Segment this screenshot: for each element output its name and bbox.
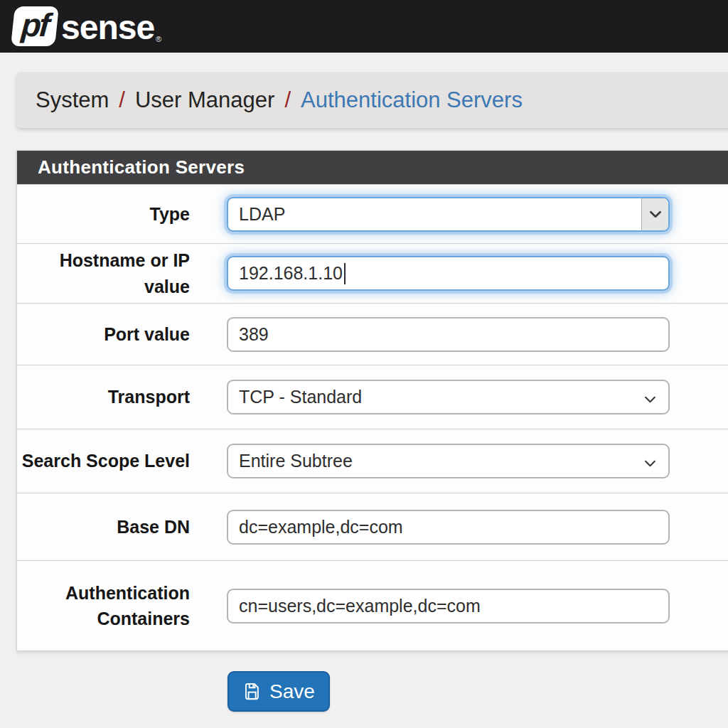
form-row-port: Port value 389	[17, 303, 728, 365]
auth-containers-input[interactable]: cn=users,dc=example,dc=com	[227, 589, 670, 623]
form-row-search-scope: Search Scope Level Entire Subtree	[17, 429, 728, 493]
form-row-base-dn: Base DN dc=example,dc=com	[17, 493, 728, 560]
hostname-input-value: 192.168.1.10	[239, 263, 343, 284]
auth-containers-label: Authentication Containers	[17, 580, 227, 632]
save-button-label: Save	[269, 680, 315, 703]
top-navbar: pf sense ®	[0, 0, 728, 53]
port-input[interactable]: 389	[227, 317, 670, 352]
base-dn-input[interactable]: dc=example,dc=com	[227, 510, 670, 545]
type-label: Type	[17, 201, 227, 227]
search-scope-select[interactable]: Entire Subtree	[227, 444, 670, 478]
breadcrumb-user-manager[interactable]: User Manager	[135, 87, 274, 113]
save-icon	[242, 682, 262, 701]
hostname-label: Hostname or IP value	[17, 247, 227, 299]
logo-sense-text: sense	[61, 11, 154, 46]
search-scope-label: Search Scope Level	[17, 448, 227, 473]
breadcrumb-authentication-servers[interactable]: Authentication Servers	[301, 87, 523, 113]
text-cursor	[344, 263, 346, 284]
transport-select-value: TCP - Standard	[239, 387, 362, 407]
chevron-down-icon	[641, 198, 668, 230]
hostname-input[interactable]: 192.168.1.10	[227, 256, 670, 291]
panel-title: Authentication Servers	[17, 151, 728, 184]
form-row-auth-containers: Authentication Containers cn=users,dc=ex…	[17, 560, 728, 651]
save-button[interactable]: Save	[228, 671, 330, 712]
chevron-down-icon	[644, 387, 656, 407]
breadcrumb: System / User Manager / Authentication S…	[16, 72, 728, 128]
search-scope-select-value: Entire Subtree	[239, 451, 353, 471]
authentication-servers-panel: Authentication Servers Type LDAP Hostnam…	[16, 150, 728, 651]
form-row-transport: Transport TCP - Standard	[17, 365, 728, 429]
breadcrumb-separator: /	[284, 87, 291, 113]
transport-select[interactable]: TCP - Standard	[227, 380, 670, 414]
breadcrumb-separator: /	[119, 87, 125, 113]
form-row-hostname: Hostname or IP value 192.168.1.10	[17, 243, 728, 303]
logo-pf-text: pf	[21, 9, 50, 44]
logo-registered-mark: ®	[156, 35, 161, 46]
base-dn-input-value: dc=example,dc=com	[239, 517, 403, 537]
auth-containers-input-value: cn=users,dc=example,dc=com	[239, 596, 481, 616]
form-row-type: Type LDAP	[17, 184, 728, 243]
pfsense-logo-icon: pf	[11, 6, 59, 46]
type-select[interactable]: LDAP	[227, 197, 670, 232]
port-input-value: 389	[239, 324, 269, 345]
base-dn-label: Base DN	[17, 514, 227, 540]
type-select-value: LDAP	[239, 204, 285, 225]
breadcrumb-system[interactable]: System	[36, 87, 109, 113]
transport-label: Transport	[17, 384, 227, 410]
pfsense-logo[interactable]: pf sense ®	[13, 6, 161, 46]
port-label: Port value	[17, 321, 227, 347]
chevron-down-icon	[644, 451, 656, 471]
